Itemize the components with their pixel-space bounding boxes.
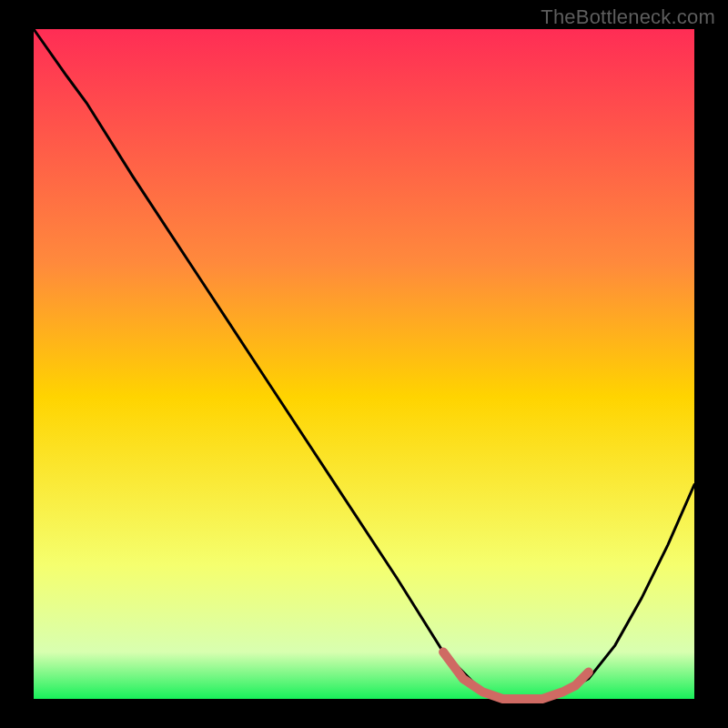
- watermark-text: TheBottleneck.com: [541, 5, 715, 29]
- plot-background: [34, 29, 694, 699]
- bottleneck-chart: [0, 0, 728, 728]
- chart-frame: TheBottleneck.com: [0, 0, 728, 728]
